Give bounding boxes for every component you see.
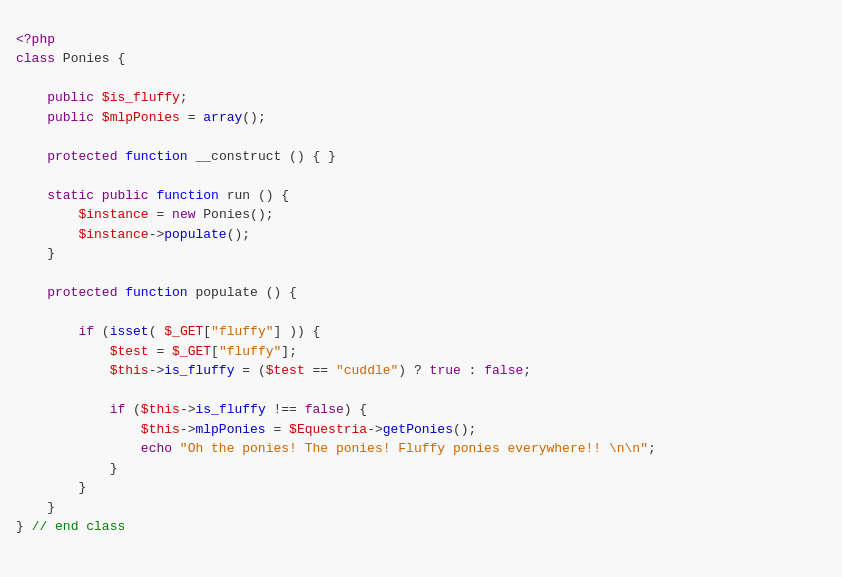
line-17: $test = $_GET["fluffy"]; xyxy=(16,344,297,359)
line-1: <?php xyxy=(16,32,55,47)
code-content: <?php class Ponies { public $is_fluffy; … xyxy=(16,10,826,577)
line-10: $instance = new Ponies(); xyxy=(16,207,274,222)
line-7: protected function __construct () { } xyxy=(16,149,336,164)
code-editor: <?php class Ponies { public $is_fluffy; … xyxy=(0,0,842,577)
line-18: $this->is_fluffy = ($test == "cuddle") ?… xyxy=(16,363,531,378)
line-16: if (isset( $_GET["fluffy"] )) { xyxy=(16,324,320,339)
line-21: $this->mlpPonies = $Equestria->getPonies… xyxy=(16,422,476,437)
line-11: $instance->populate(); xyxy=(16,227,250,242)
line-14: protected function populate () { xyxy=(16,285,297,300)
line-12: } xyxy=(16,246,55,261)
line-25: } xyxy=(16,500,55,515)
line-22: echo "Oh the ponies! The ponies! Fluffy … xyxy=(16,441,656,456)
line-20: if ($this->is_fluffy !== false) { xyxy=(16,402,367,417)
line-24: } xyxy=(16,480,86,495)
line-9: static public function run () { xyxy=(16,188,289,203)
line-23: } xyxy=(16,461,117,476)
line-4: public $is_fluffy; xyxy=(16,90,188,105)
line-26: } // end class xyxy=(16,519,125,534)
line-5: public $mlpPonies = array(); xyxy=(16,110,266,125)
line-2: class Ponies { xyxy=(16,51,125,66)
